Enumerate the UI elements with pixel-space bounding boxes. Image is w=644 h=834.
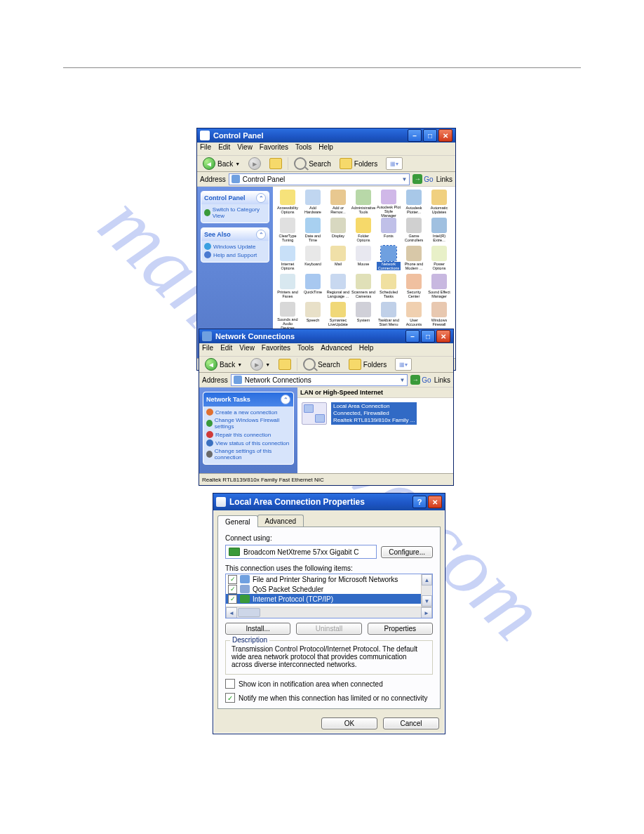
back-button[interactable]: ◄Back▼: [200, 157, 243, 171]
go-button[interactable]: →Go: [412, 174, 433, 184]
checkbox-icon[interactable]: ✓: [228, 595, 237, 604]
cp-icon-item[interactable]: Network Connections: [377, 246, 401, 274]
show-icon-checkbox[interactable]: Show icon in notification area when conn…: [225, 679, 433, 689]
menu-favorites[interactable]: Favorites: [262, 344, 290, 355]
menu-favorites[interactable]: Favorites: [260, 143, 288, 154]
go-button[interactable]: →Go: [410, 375, 431, 385]
help-support-link[interactable]: Help and Support: [204, 251, 266, 258]
network-task-link[interactable]: Repair this connection: [206, 431, 290, 438]
collapse-toggle-icon[interactable]: ⌃: [256, 230, 266, 239]
scroll-right-icon[interactable]: ►: [421, 607, 432, 618]
cp-icon-item[interactable]: Speech: [301, 302, 325, 330]
cp-icon-item[interactable]: Add or Remov...: [326, 190, 350, 218]
component-item[interactable]: ✓QoS Packet Scheduler: [226, 584, 421, 594]
switch-view-link[interactable]: Switch to Category View: [204, 206, 266, 219]
titlebar[interactable]: Local Area Connection Properties ? ✕: [213, 494, 445, 510]
network-task-link[interactable]: View status of this connection: [206, 439, 290, 446]
menu-edit[interactable]: Edit: [218, 143, 230, 154]
menu-view[interactable]: View: [239, 344, 255, 355]
cp-icon-item[interactable]: Game Controllers: [402, 218, 426, 246]
cp-icon-item[interactable]: Scanners and Cameras: [351, 274, 375, 302]
cp-icon-item[interactable]: QuickTime: [301, 274, 325, 302]
address-input[interactable]: Control Panel ▼: [229, 173, 410, 185]
menu-advanced[interactable]: Advanced: [321, 344, 351, 355]
menu-file[interactable]: File: [202, 344, 213, 355]
tab-advanced[interactable]: Advanced: [257, 515, 304, 527]
forward-button[interactable]: ►: [246, 157, 264, 171]
cp-icon-item[interactable]: Add Hardware: [301, 190, 325, 218]
cp-icon-item[interactable]: Sounds and Audio Devices: [276, 302, 300, 330]
maximize-button[interactable]: □: [421, 330, 435, 343]
cp-icon-item[interactable]: Regional and Language ...: [326, 274, 350, 302]
menu-view[interactable]: View: [237, 143, 253, 154]
forward-button[interactable]: ►▼: [248, 357, 273, 371]
menu-edit[interactable]: Edit: [220, 344, 232, 355]
menu-help[interactable]: Help: [359, 344, 374, 355]
titlebar[interactable]: Network Connections – □ ✕: [199, 329, 453, 343]
menu-help[interactable]: Help: [318, 143, 333, 154]
cp-icon-item[interactable]: Symantec LiveUpdate: [326, 302, 350, 330]
folders-button[interactable]: Folders: [346, 358, 389, 371]
cp-icon-item[interactable]: Printers and Faxes: [276, 274, 300, 302]
cp-icon-item[interactable]: Folder Options: [351, 218, 375, 246]
component-item[interactable]: ✓Internet Protocol (TCP/IP): [226, 594, 421, 604]
cp-icon-item[interactable]: Sound Effect Manager: [427, 274, 451, 302]
menu-tools[interactable]: Tools: [295, 143, 311, 154]
scroll-down-icon[interactable]: ▼: [422, 595, 432, 607]
links-label[interactable]: Links: [436, 176, 452, 183]
cp-icon-item[interactable]: Mouse: [351, 246, 375, 274]
configure-button[interactable]: Configure...: [381, 546, 433, 558]
minimize-button[interactable]: –: [405, 330, 420, 343]
collapse-toggle-icon[interactable]: ⌃: [281, 395, 290, 404]
notify-checkbox[interactable]: ✓ Notify me when this connection has lim…: [225, 693, 433, 703]
components-listbox[interactable]: ✓File and Printer Sharing for Microsoft …: [225, 574, 433, 618]
scroll-left-icon[interactable]: ◄: [226, 607, 237, 618]
checkbox-icon[interactable]: ✓: [228, 585, 237, 594]
network-task-link[interactable]: Change settings of this connection: [206, 448, 290, 461]
network-task-link[interactable]: Change Windows Firewall settings: [206, 417, 290, 430]
tab-general[interactable]: General: [217, 515, 258, 527]
views-button[interactable]: ▦▾: [386, 157, 403, 170]
network-task-link[interactable]: Create a new connection: [206, 409, 290, 416]
menu-tools[interactable]: Tools: [297, 344, 314, 355]
cp-icon-item[interactable]: User Accounts: [402, 302, 426, 330]
cp-icon-item[interactable]: Autodesk Plot Style Manager: [377, 190, 401, 218]
maximize-button[interactable]: □: [423, 129, 437, 142]
ok-button[interactable]: OK: [321, 717, 377, 729]
component-item[interactable]: ✓File and Printer Sharing for Microsoft …: [226, 574, 421, 584]
horizontal-scrollbar[interactable]: ◄ ►: [226, 607, 432, 618]
cp-icon-item[interactable]: Security Center: [402, 274, 426, 302]
windows-update-link[interactable]: Windows Update: [204, 243, 266, 250]
cp-icon-item[interactable]: Keyboard: [301, 246, 325, 274]
cp-icon-item[interactable]: Date and Time: [301, 218, 325, 246]
cp-icon-item[interactable]: Intel(R) Extre...: [427, 218, 451, 246]
local-area-connection-item[interactable]: Local Area Connection Connected, Firewal…: [302, 402, 449, 425]
cp-icon-item[interactable]: Windows Firewall: [427, 302, 451, 330]
folders-button[interactable]: Folders: [337, 157, 380, 170]
cp-icon-item[interactable]: Internet Options: [276, 246, 300, 274]
help-button[interactable]: ?: [412, 496, 427, 508]
close-button[interactable]: ✕: [428, 496, 442, 508]
address-input[interactable]: Network Connections ▼: [231, 374, 408, 386]
cp-icon-item[interactable]: Phone and Modem ...: [402, 246, 426, 274]
cp-icon-item[interactable]: Mail: [326, 246, 350, 274]
cp-icon-item[interactable]: Administrative Tools: [351, 190, 375, 218]
up-button[interactable]: [276, 358, 294, 371]
minimize-button[interactable]: –: [408, 129, 422, 142]
properties-button[interactable]: Properties: [368, 623, 433, 635]
menu-file[interactable]: File: [200, 143, 211, 154]
cp-icon-item[interactable]: ClearType Tuning: [276, 218, 300, 246]
cp-icon-item[interactable]: Taskbar and Start Menu: [377, 302, 401, 330]
search-button[interactable]: Search: [291, 157, 334, 171]
cp-icon-item[interactable]: Automatic Updates: [427, 190, 451, 218]
search-button[interactable]: Search: [300, 357, 343, 371]
scroll-up-icon[interactable]: ▲: [422, 574, 432, 585]
checkbox-icon[interactable]: ✓: [228, 575, 237, 584]
back-button[interactable]: ◄Back▼: [202, 357, 245, 371]
titlebar[interactable]: Control Panel – □ ✕: [197, 128, 455, 143]
cp-icon-item[interactable]: Display: [326, 218, 350, 246]
install-button[interactable]: Install...: [225, 623, 290, 635]
cp-icon-item[interactable]: Fonts: [377, 218, 401, 246]
cp-icon-item[interactable]: System: [351, 302, 375, 330]
vertical-scrollbar[interactable]: ▲ ▼: [421, 574, 432, 607]
